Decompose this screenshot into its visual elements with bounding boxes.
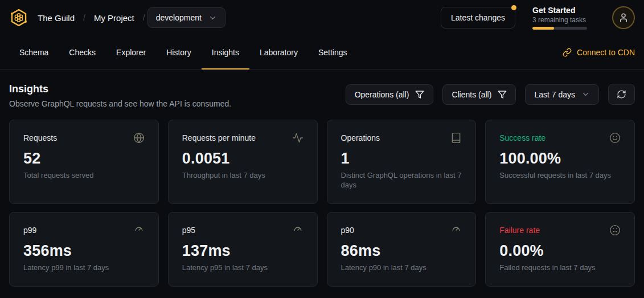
- stat-card-p99: p99 356ms Latency p99 in last 7 days: [9, 212, 159, 287]
- tab-checks[interactable]: Checks: [59, 35, 106, 69]
- filter-icon: [498, 90, 507, 99]
- get-started-subtitle: 3 remaining tasks: [532, 16, 589, 24]
- stats-grid: Requests 52 Total requests served Reques…: [0, 115, 644, 296]
- card-title: Operations: [341, 133, 380, 142]
- get-started-title: Get Started: [532, 6, 589, 15]
- operations-filter-label: Operations (all): [355, 90, 409, 99]
- date-range-selector[interactable]: Last 7 days: [525, 84, 599, 105]
- card-value: 0.00%: [499, 242, 621, 260]
- card-title: Requests per minute: [182, 133, 256, 142]
- card-title: Requests: [23, 133, 57, 142]
- frown-icon: [609, 224, 621, 236]
- card-value: 100.00%: [499, 150, 621, 168]
- tab-insights[interactable]: Insights: [202, 35, 249, 69]
- get-started-progressbar: [532, 27, 587, 30]
- user-avatar[interactable]: [612, 6, 635, 29]
- card-value: 137ms: [182, 242, 303, 260]
- target-selector-value: development: [156, 13, 202, 22]
- tab-laboratory[interactable]: Laboratory: [249, 35, 308, 69]
- insights-page-head: Insights Observe GraphQL requests and se…: [0, 70, 644, 115]
- page-subtitle: Observe GraphQL requests and see how the…: [9, 99, 346, 108]
- activity-icon: [292, 132, 303, 144]
- filters-bar: Operations (all) Clients (all) Last 7 da…: [346, 84, 635, 105]
- link-icon: [563, 48, 572, 57]
- card-description: Latency p95 in last 7 days: [182, 263, 303, 273]
- top-header: The Guild / My Project / development Lat…: [0, 0, 644, 35]
- chevron-down-icon: [208, 14, 217, 22]
- latest-changes-button[interactable]: Latest changes: [441, 7, 515, 28]
- connect-to-cdn-link[interactable]: Connect to CDN: [563, 35, 635, 69]
- book-icon: [450, 132, 462, 144]
- card-value: 356ms: [23, 242, 145, 260]
- clients-filter-label: Clients (all): [452, 90, 491, 99]
- stat-card-operations: Operations 1 Distinct GraphQL operations…: [327, 120, 477, 204]
- user-icon: [618, 13, 629, 23]
- guild-hive-logo-icon[interactable]: [9, 8, 28, 27]
- stat-card-p95: p95 137ms Latency p95 in last 7 days: [168, 212, 318, 287]
- get-started-widget[interactable]: Get Started 3 remaining tasks: [532, 6, 589, 30]
- breadcrumb-project[interactable]: My Project: [94, 13, 134, 23]
- breadcrumb-org[interactable]: The Guild: [38, 13, 75, 23]
- notification-dot: [511, 5, 516, 10]
- breadcrumb-separator: /: [143, 13, 145, 22]
- card-description: Distinct GraphQL operations in last 7 da…: [341, 171, 462, 190]
- smile-icon: [609, 132, 621, 144]
- card-description: Total requests served: [23, 171, 145, 181]
- tab-settings[interactable]: Settings: [308, 35, 358, 69]
- project-nav: Schema Checks Explorer History Insights …: [0, 35, 644, 70]
- gauge-icon: [292, 224, 303, 236]
- card-value: 52: [23, 150, 145, 168]
- stat-card-p90: p90 86ms Latency p90 in last 7 days: [327, 212, 477, 287]
- date-range-label: Last 7 days: [534, 90, 575, 99]
- gauge-icon: [133, 224, 145, 236]
- tab-explorer[interactable]: Explorer: [106, 35, 156, 69]
- latest-changes-label: Latest changes: [451, 13, 505, 22]
- get-started-progress-fill: [532, 27, 554, 30]
- stat-card-success-rate: Success rate 100.00% Successful requests…: [485, 120, 635, 204]
- breadcrumb-separator: /: [83, 13, 85, 22]
- page-title: Insights: [9, 83, 346, 95]
- breadcrumb: The Guild / My Project /: [38, 13, 145, 23]
- target-selector[interactable]: development: [147, 7, 225, 28]
- card-value: 1: [341, 150, 462, 168]
- card-description: Failed requests in last 7 days: [499, 263, 621, 273]
- chevron-down-icon: [581, 90, 590, 99]
- clients-filter-button[interactable]: Clients (all): [442, 84, 516, 105]
- operations-filter-button[interactable]: Operations (all): [346, 84, 434, 105]
- card-title: p90: [341, 226, 354, 235]
- stat-card-failure-rate: Failure rate 0.00% Failed requests in la…: [485, 212, 635, 287]
- card-value: 0.0051: [182, 150, 303, 168]
- stat-card-rpm: Requests per minute 0.0051 Throughput in…: [168, 120, 318, 204]
- card-title: Failure rate: [499, 226, 540, 235]
- tab-history[interactable]: History: [156, 35, 202, 69]
- card-title: p99: [23, 226, 36, 235]
- page-titles: Insights Observe GraphQL requests and se…: [9, 83, 346, 108]
- card-description: Latency p99 in last 7 days: [23, 263, 145, 273]
- stat-card-requests: Requests 52 Total requests served: [9, 120, 159, 204]
- refresh-button[interactable]: [608, 84, 635, 105]
- globe-icon: [133, 132, 145, 144]
- tab-schema[interactable]: Schema: [9, 35, 59, 69]
- filter-icon: [415, 90, 424, 99]
- card-title: p95: [182, 226, 195, 235]
- refresh-icon: [617, 89, 626, 99]
- card-description: Throughput in last 7 days: [182, 171, 303, 181]
- gauge-icon: [450, 224, 462, 236]
- card-title: Success rate: [499, 133, 545, 142]
- connect-to-cdn-label: Connect to CDN: [577, 48, 635, 57]
- card-description: Latency p90 in last 7 days: [341, 263, 462, 273]
- card-description: Successful requests in last 7 days: [499, 171, 621, 181]
- card-value: 86ms: [341, 242, 462, 260]
